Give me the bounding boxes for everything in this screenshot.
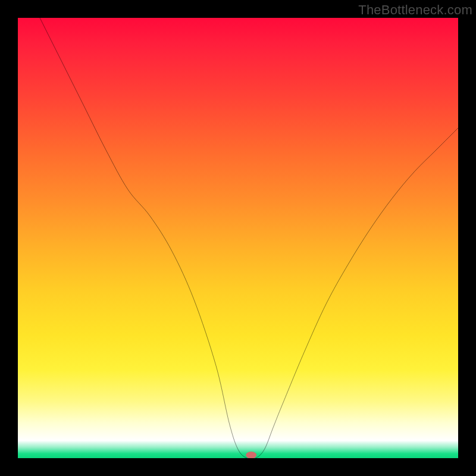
plot-area [18,18,458,458]
minimum-marker [246,452,256,458]
bottleneck-curve [40,18,458,458]
watermark-text: TheBottleneck.com [358,2,472,18]
chart-frame: TheBottleneck.com [0,0,476,476]
curve-svg [18,18,458,458]
